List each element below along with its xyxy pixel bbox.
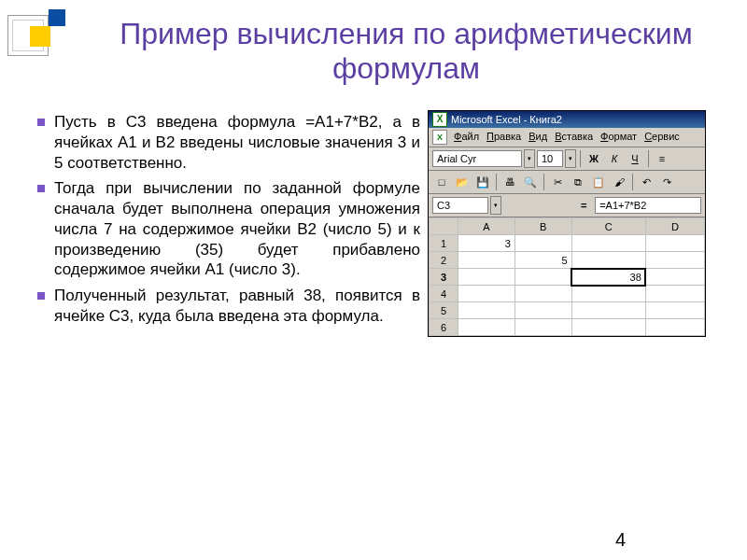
formula-text: =A1+7*B2 (599, 200, 646, 211)
font-name-dropdown-icon[interactable]: ▾ (524, 149, 535, 168)
formatting-toolbar: Arial Cyr ▾ 10 ▾ Ж К Ч ≡ (429, 147, 705, 171)
copy-button[interactable]: ⧉ (569, 173, 587, 191)
font-size-select[interactable]: 10 (537, 150, 563, 167)
italic-button[interactable]: К (605, 149, 624, 168)
cell-b4[interactable] (514, 286, 571, 302)
cell-a5[interactable] (458, 302, 515, 319)
row-header-1[interactable]: 1 (430, 235, 458, 252)
cell-c5[interactable] (571, 302, 645, 319)
cell-a4[interactable] (458, 286, 515, 302)
menu-file[interactable]: Файл (451, 130, 482, 145)
format-painter-button[interactable]: 🖌 (610, 173, 628, 191)
bullet-item: Полученный результат, равный 38, появитс… (37, 286, 420, 327)
font-name-value: Arial Cyr (437, 153, 476, 164)
menubar[interactable]: X Файл Правка Вид Вставка Формат Сервис (429, 128, 705, 147)
bold-button[interactable]: Ж (585, 149, 603, 168)
cut-button[interactable]: ✂ (548, 173, 567, 191)
window-title: Microsoft Excel - Книга2 (451, 114, 562, 125)
row-header-5[interactable]: 5 (430, 302, 458, 319)
slide: Пример вычисления по арифметическим форм… (0, 0, 747, 560)
excel-screenshot: X Microsoft Excel - Книга2 X Файл Правка… (428, 110, 706, 337)
cell-b6[interactable] (514, 319, 571, 336)
cell-a3[interactable] (458, 269, 515, 286)
fx-equals-button[interactable]: = (574, 196, 593, 215)
cell-d1[interactable] (645, 235, 704, 252)
row-header-4[interactable]: 4 (430, 286, 458, 302)
font-size-value: 10 (542, 153, 553, 164)
preview-button[interactable]: 🔍 (521, 173, 540, 191)
separator (632, 174, 633, 190)
slide-title: Пример вычисления по арифметическим форм… (103, 17, 710, 86)
menu-format[interactable]: Формат (598, 130, 640, 145)
formula-input[interactable]: =A1+7*B2 (595, 197, 701, 214)
separator (580, 150, 581, 167)
cell-d5[interactable] (645, 302, 704, 319)
cell-a6[interactable] (458, 319, 515, 336)
workbook-icon: X (432, 130, 447, 145)
paste-button[interactable]: 📋 (589, 173, 608, 191)
cell-d6[interactable] (645, 319, 704, 336)
col-header-d[interactable]: D (645, 218, 704, 235)
col-header-a[interactable]: A (458, 218, 515, 235)
menu-tools[interactable]: Сервис (641, 130, 683, 145)
cell-c6[interactable] (571, 319, 645, 336)
cell-c3[interactable]: 38 (571, 269, 645, 286)
name-box-value: C3 (437, 200, 450, 211)
redo-button[interactable]: ↷ (657, 173, 676, 191)
cell-b1[interactable] (514, 235, 571, 252)
separator (648, 150, 649, 167)
cell-c4[interactable] (571, 286, 645, 302)
name-box[interactable]: C3 (432, 197, 488, 214)
standard-toolbar: □ 📂 💾 🖶 🔍 ✂ ⧉ 📋 🖌 ↶ ↷ (429, 171, 705, 194)
excel-app-icon: X (432, 112, 447, 127)
print-button[interactable]: 🖶 (500, 173, 519, 191)
spreadsheet-grid[interactable]: A B C D 1 3 2 5 3 (429, 217, 705, 336)
page-number: 4 (615, 529, 626, 551)
menu-insert[interactable]: Вставка (552, 130, 596, 145)
cell-d3[interactable] (645, 269, 704, 286)
separator (543, 174, 544, 190)
bullet-item: Тогда при вычислении по заданной формуле… (37, 178, 420, 280)
cell-c1[interactable] (571, 235, 645, 252)
fx-label: = (581, 200, 586, 211)
formula-bar: C3 ▾ = =A1+7*B2 (429, 194, 705, 217)
cell-d4[interactable] (645, 286, 704, 302)
align-left-button[interactable]: ≡ (653, 149, 671, 168)
row-header-3[interactable]: 3 (430, 269, 458, 286)
separator (496, 174, 497, 190)
name-box-dropdown-icon[interactable]: ▾ (490, 196, 501, 215)
cell-b2[interactable]: 5 (514, 252, 571, 269)
menu-edit[interactable]: Правка (484, 130, 524, 145)
row-header-2[interactable]: 2 (430, 252, 458, 269)
cell-d2[interactable] (645, 252, 704, 269)
slide-corner-graphic (0, 0, 65, 65)
cell-a1[interactable]: 3 (458, 235, 515, 252)
row-header-6[interactable]: 6 (430, 319, 458, 336)
titlebar: X Microsoft Excel - Книга2 (429, 111, 705, 128)
menu-view[interactable]: Вид (526, 130, 550, 145)
cell-b3[interactable] (514, 269, 571, 286)
cell-b5[interactable] (514, 302, 571, 319)
open-button[interactable]: 📂 (453, 173, 472, 191)
font-size-dropdown-icon[interactable]: ▾ (565, 149, 576, 168)
font-name-select[interactable]: Arial Cyr (432, 150, 522, 167)
undo-button[interactable]: ↶ (637, 173, 655, 191)
new-button[interactable]: □ (432, 173, 451, 191)
slide-body: Пусть в С3 введена формула =А1+7*В2, а в… (37, 112, 420, 332)
cell-c2[interactable] (571, 252, 645, 269)
col-header-b[interactable]: B (514, 218, 571, 235)
cell-a2[interactable] (458, 252, 515, 269)
bullet-item: Пусть в С3 введена формула =А1+7*В2, а в… (37, 112, 420, 173)
save-button[interactable]: 💾 (473, 173, 492, 191)
underline-button[interactable]: Ч (626, 149, 644, 168)
select-all-corner[interactable] (430, 218, 458, 235)
col-header-c[interactable]: C (571, 218, 645, 235)
